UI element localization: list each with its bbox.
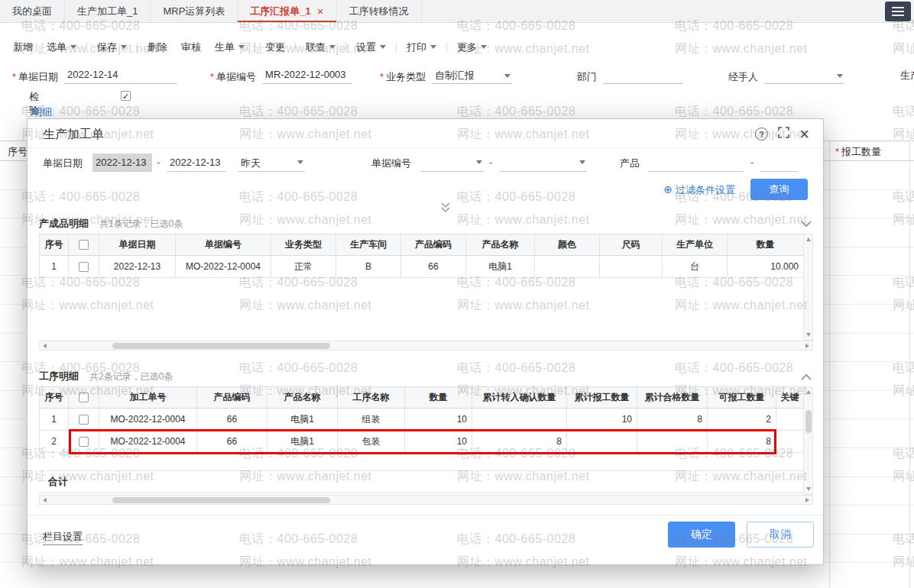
toolbar-删除[interactable]: 删除 bbox=[141, 37, 174, 57]
tab-工序汇报单_1[interactable]: 工序汇报单_1× bbox=[238, 0, 336, 22]
doc-date-input[interactable]: 2022-12-14 bbox=[64, 69, 177, 84]
handler-select[interactable] bbox=[764, 69, 844, 84]
help-icon[interactable]: ? bbox=[755, 128, 768, 141]
watermark-text: 电话：400-665-0028 bbox=[675, 104, 793, 120]
filter-settings-link[interactable]: ⊕过滤条件设置 bbox=[663, 183, 735, 197]
product-separator: - bbox=[750, 157, 754, 168]
column-header[interactable]: 产品编码 bbox=[197, 387, 267, 408]
scrollbar-thumb[interactable] bbox=[805, 410, 812, 433]
column-header[interactable]: 生产单位 bbox=[663, 234, 728, 255]
horizontal-scrollbar[interactable] bbox=[39, 495, 813, 505]
expand-icon[interactable] bbox=[778, 127, 789, 141]
column-header[interactable]: 累计报工数量 bbox=[567, 387, 637, 408]
toolbar-生单[interactable]: 生单 bbox=[208, 37, 251, 57]
date-preset-select[interactable]: 昨天 bbox=[238, 153, 305, 172]
watermark-text: 电话：400-665-0028 bbox=[893, 104, 914, 120]
tab-生产加工单_1[interactable]: 生产加工单_1 bbox=[65, 0, 151, 22]
product-to-input[interactable] bbox=[760, 153, 798, 172]
column-header[interactable]: 单据日期 bbox=[99, 234, 176, 255]
column-header[interactable]: 累计合格数量 bbox=[637, 387, 708, 408]
cell bbox=[535, 256, 600, 277]
watermark-text: 电话：400-665-0028 bbox=[457, 104, 575, 120]
column-header[interactable]: 加工单号 bbox=[99, 387, 197, 408]
column-header[interactable]: 产品名称 bbox=[267, 387, 338, 408]
cell: 2 bbox=[708, 409, 776, 430]
column-header[interactable]: 序号 bbox=[40, 387, 69, 408]
table-row[interactable]: 2MO-2022-12-000466电脑1包装1088 bbox=[40, 431, 803, 453]
scrollbar-thumb[interactable] bbox=[112, 497, 330, 503]
date-from-input[interactable]: 2022-12-13 bbox=[92, 153, 152, 172]
chevron-down-icon bbox=[481, 45, 487, 49]
scroll-right-arrow[interactable] bbox=[805, 344, 809, 348]
scrollbar-thumb[interactable] bbox=[112, 343, 330, 349]
collapse-filter-chevron[interactable] bbox=[440, 202, 451, 217]
scroll-down-arrow[interactable] bbox=[806, 487, 811, 491]
column-header[interactable]: 数量 bbox=[728, 234, 804, 255]
cancel-button[interactable]: 取消 bbox=[747, 522, 814, 548]
toolbar-打印[interactable]: 打印 bbox=[400, 37, 443, 57]
tab-我的桌面[interactable]: 我的桌面 bbox=[0, 0, 65, 22]
toolbar-审核[interactable]: 审核 bbox=[174, 37, 208, 57]
select-all-checkbox[interactable] bbox=[79, 393, 89, 402]
column-header[interactable]: 产品名称 bbox=[466, 234, 535, 255]
biz-type-label: 业务类型 bbox=[386, 71, 426, 82]
order-to-select[interactable] bbox=[499, 153, 587, 172]
toolbar-保存[interactable]: 保存 bbox=[90, 37, 134, 57]
tab-工序转移情况[interactable]: 工序转移情况 bbox=[337, 0, 422, 22]
query-button[interactable]: 查询 bbox=[750, 179, 808, 200]
dialog-header: 生产加工单 ? × bbox=[28, 119, 823, 148]
collapse-processes-chevron[interactable] bbox=[801, 373, 812, 380]
row-checkbox[interactable] bbox=[79, 415, 89, 425]
scroll-down-arrow[interactable] bbox=[806, 333, 811, 337]
scroll-up-arrow[interactable] bbox=[806, 237, 811, 241]
doc-no-input[interactable]: MR-2022-12-0003 bbox=[262, 69, 352, 84]
toolbar-更多[interactable]: 更多 bbox=[450, 37, 494, 57]
toolbar-联查[interactable]: 联查 bbox=[299, 37, 342, 57]
tab-close-icon[interactable]: × bbox=[317, 5, 324, 17]
confirm-button[interactable]: 确定 bbox=[668, 522, 735, 548]
tab-label: 工序转移情况 bbox=[349, 5, 409, 18]
column-header[interactable]: 工序名称 bbox=[338, 387, 405, 408]
column-header[interactable]: 累计转入确认数量 bbox=[472, 387, 567, 408]
biz-type-select[interactable]: 自制汇报 bbox=[432, 69, 512, 84]
column-header[interactable]: 业务类型 bbox=[271, 234, 336, 255]
department-input[interactable] bbox=[603, 69, 683, 84]
toolbar-设置[interactable]: 设置 bbox=[349, 37, 393, 57]
product-from-input[interactable] bbox=[648, 153, 744, 172]
column-header[interactable]: 可报工数量 bbox=[708, 387, 776, 408]
scroll-up-arrow[interactable] bbox=[806, 390, 811, 394]
column-header[interactable]: 生产车间 bbox=[336, 234, 401, 255]
collapse-products-chevron[interactable] bbox=[801, 221, 812, 228]
column-header[interactable]: 产品编码 bbox=[401, 234, 466, 255]
scroll-right-arrow[interactable] bbox=[805, 498, 809, 502]
column-settings-link[interactable]: 栏目设置 bbox=[43, 530, 83, 545]
order-from-select[interactable] bbox=[421, 153, 484, 172]
date-to-input[interactable]: 2022-12-13 bbox=[167, 153, 226, 172]
cell: 正常 bbox=[271, 256, 336, 277]
toolbar-选单[interactable]: 选单 bbox=[40, 37, 83, 57]
app-menu-button[interactable] bbox=[885, 2, 911, 21]
horizontal-scrollbar[interactable] bbox=[39, 341, 813, 351]
table-row[interactable]: 1MO-2022-12-000466电脑1组装101082 bbox=[40, 409, 803, 431]
table-row[interactable]: 12022-12-13MO-2022-12-0004正常B66电脑1台10.00… bbox=[40, 256, 803, 278]
doc-date-label: 单据日期 bbox=[18, 71, 58, 82]
column-header[interactable]: 序号 bbox=[40, 234, 69, 255]
select-all-checkbox[interactable] bbox=[79, 240, 89, 250]
auto-inspect-checkbox[interactable]: ✓ bbox=[121, 91, 131, 101]
toolbar-变更[interactable]: 变更 bbox=[258, 37, 292, 57]
row-checkbox[interactable] bbox=[79, 262, 89, 272]
close-icon[interactable]: × bbox=[799, 128, 809, 141]
column-header[interactable]: 颜色 bbox=[535, 234, 600, 255]
column-header[interactable]: 数量 bbox=[405, 387, 472, 408]
toolbar-新增[interactable]: 新增 bbox=[6, 37, 40, 57]
column-header[interactable]: 尺码 bbox=[600, 234, 663, 255]
row-checkbox[interactable] bbox=[79, 437, 89, 447]
scroll-left-arrow[interactable] bbox=[43, 498, 47, 502]
vertical-scrollbar[interactable] bbox=[803, 386, 813, 495]
date-separator: - bbox=[157, 157, 160, 168]
tab-MRP运算列表[interactable]: MRP运算列表 bbox=[151, 0, 238, 22]
column-header[interactable]: 单据编号 bbox=[176, 234, 271, 255]
column-header[interactable]: 关键 bbox=[776, 387, 804, 408]
scroll-left-arrow[interactable] bbox=[43, 344, 47, 348]
vertical-scrollbar[interactable] bbox=[803, 234, 813, 341]
